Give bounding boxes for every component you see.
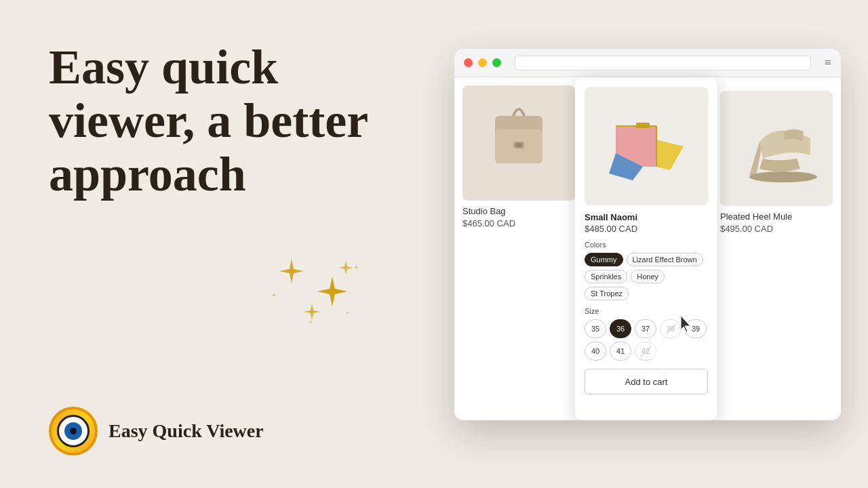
logo-pupil [70, 428, 77, 434]
browser-titlebar: ≡ [454, 49, 841, 77]
browser-content: Studio Bag $465.00 CAD [454, 77, 841, 420]
size-41[interactable]: 41 [610, 342, 631, 361]
logo-eye-inner [64, 422, 82, 440]
quick-viewer-popup: Small Naomi $485.00 CAD Colors Gummy Liz… [575, 77, 717, 420]
browser-urlbar[interactable] [515, 56, 811, 70]
svg-marker-9 [656, 140, 684, 170]
svg-rect-7 [515, 143, 522, 147]
sparkles-decoration: + + + + [271, 258, 366, 332]
size-options: 35 36 37 38 39 40 41 42 [585, 319, 708, 361]
heading-section: Easy quick viewer, a better approach [49, 41, 388, 202]
color-sprinkles[interactable]: Sprinkles [585, 270, 627, 283]
svg-point-14 [749, 171, 817, 182]
heel-mule-price: $495.00 CAD [720, 224, 833, 234]
browser-menu-icon[interactable]: ≡ [825, 56, 831, 70]
colors-options: Gummy Lizard Effect Brown Sprinkles Hone… [585, 253, 708, 300]
heading-line1: Easy quick [49, 40, 278, 94]
quick-viewer-product-name: Small Naomi [585, 212, 708, 222]
logo-eye-outer [57, 415, 90, 447]
heading-line3: approach [49, 147, 246, 201]
browser-window: ≡ Studio Bag $465.00 CAD [454, 49, 841, 420]
svg-text:+: + [346, 309, 350, 317]
color-gummy[interactable]: Gummy [585, 253, 623, 266]
studio-bag-image [462, 85, 575, 201]
svg-text:+: + [309, 318, 313, 327]
size-40[interactable]: 40 [585, 342, 606, 361]
browser-dot-yellow[interactable] [478, 58, 487, 67]
size-39[interactable]: 39 [685, 319, 707, 338]
size-42: 42 [635, 342, 656, 361]
logo-text: Easy Quick Viewer [108, 420, 264, 442]
svg-text:+: + [271, 290, 277, 300]
studio-bag-name: Studio Bag [462, 206, 575, 216]
heading-line2: viewer, a better [49, 94, 368, 148]
heel-mule-name: Pleated Heel Mule [720, 211, 833, 222]
heel-mule-svg [729, 101, 824, 196]
logo-area: Easy Quick Viewer [49, 407, 264, 455]
size-label: Size [585, 307, 708, 315]
svg-rect-13 [636, 123, 650, 128]
quick-viewer-product-image [585, 87, 708, 205]
size-35[interactable]: 35 [585, 319, 606, 338]
product-studio-bag: Studio Bag $465.00 CAD [454, 77, 583, 420]
quick-viewer-product-price: $485.00 CAD [585, 224, 708, 234]
heel-mule-image [720, 91, 833, 206]
studio-bag-svg [478, 96, 559, 190]
color-lizard-effect-brown[interactable]: Lizard Effect Brown [627, 253, 703, 266]
size-38: 38 [660, 319, 682, 338]
size-37[interactable]: 37 [635, 319, 656, 338]
svg-text:+: + [354, 263, 359, 272]
size-36[interactable]: 36 [610, 319, 631, 338]
add-to-cart-button[interactable]: Add to cart [585, 369, 708, 394]
browser-dot-green[interactable] [492, 58, 501, 67]
naomi-bag-svg [595, 106, 697, 187]
browser-dot-red[interactable] [464, 58, 473, 67]
studio-bag-price: $465.00 CAD [462, 218, 575, 228]
logo-icon [49, 407, 98, 455]
color-honey[interactable]: Honey [631, 270, 665, 283]
color-st-tropez[interactable]: St Tropez [585, 287, 629, 300]
product-heel-mule: Pleated Heel Mule $495.00 CAD [712, 83, 841, 242]
colors-label: Colors [585, 241, 708, 249]
main-heading: Easy quick viewer, a better approach [49, 41, 388, 202]
